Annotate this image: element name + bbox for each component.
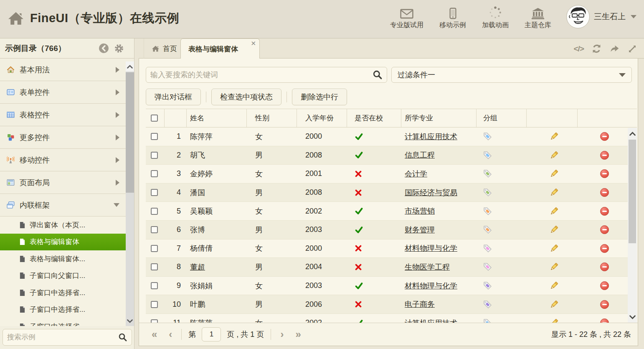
major-link[interactable]: 电子商务 — [405, 299, 435, 309]
search-icon[interactable] — [373, 70, 383, 80]
row-checkbox[interactable] — [151, 282, 158, 289]
major-link[interactable]: 生物医学工程 — [405, 262, 450, 272]
sidebar-item-mobile[interactable]: 移动控件 — [0, 149, 126, 171]
first-page-button[interactable]: « — [146, 329, 163, 339]
search-icon[interactable] — [118, 333, 127, 342]
major-link[interactable]: 材料物理与化学 — [405, 281, 457, 291]
sidebar-search-input[interactable] — [7, 333, 118, 341]
scroll-down-icon[interactable] — [126, 316, 134, 326]
row-checkbox[interactable] — [151, 170, 158, 177]
delete-icon[interactable] — [600, 151, 609, 160]
open-dialog-button[interactable]: 弹出对话框 — [146, 89, 201, 105]
row-checkbox[interactable] — [151, 208, 158, 215]
delete-icon[interactable] — [600, 169, 609, 178]
sidebar-subitem-partial[interactable]: 子窗口中选择省 — [0, 318, 126, 326]
next-page-button[interactable]: › — [274, 329, 289, 339]
scroll-down-icon[interactable] — [628, 312, 637, 322]
sidebar-item-basic[interactable]: 基本用法 — [0, 59, 126, 81]
scroll-up-icon[interactable] — [126, 61, 134, 71]
sidebar-subitem[interactable]: 子窗口向父窗口... — [0, 267, 126, 285]
delete-rows-button[interactable]: 删除选中行 — [292, 89, 347, 105]
delete-icon[interactable] — [600, 244, 609, 253]
keyword-search-input[interactable] — [150, 71, 373, 79]
mobile-demo-button[interactable]: 移动示例 — [439, 4, 466, 30]
major-link[interactable]: 国际经济与贸易 — [405, 188, 457, 198]
grid-scrollbar[interactable] — [628, 128, 637, 323]
view-source-icon[interactable]: </> — [574, 44, 584, 53]
row-checkbox[interactable] — [151, 245, 158, 252]
delete-icon[interactable] — [600, 132, 609, 141]
major-link[interactable]: 计算机应用技术 — [405, 132, 457, 142]
sidebar-subitem[interactable]: 表格与编辑窗体... — [0, 250, 126, 267]
expand-icon[interactable] — [627, 44, 637, 54]
sidebar-subitem-selected[interactable]: 表格与编辑窗体 — [0, 234, 126, 251]
sidebar-item-grid[interactable]: 表格控件 — [0, 104, 126, 126]
delete-icon[interactable] — [600, 300, 609, 309]
table-row: 11陈萍萍女2002计算机应用技术 — [146, 314, 637, 323]
scroll-up-icon[interactable] — [628, 129, 637, 139]
prev-page-button[interactable]: ‹ — [163, 329, 178, 339]
edit-pencil-icon[interactable] — [549, 262, 559, 272]
delete-icon[interactable] — [600, 262, 609, 271]
scrollbar-thumb[interactable] — [629, 140, 636, 243]
row-checkbox[interactable] — [151, 226, 158, 233]
edit-pencil-icon[interactable] — [549, 188, 559, 197]
check-selection-button[interactable]: 检查选中项状态 — [211, 89, 281, 105]
major-link[interactable]: 会计学 — [405, 169, 427, 179]
edit-pencil-icon[interactable] — [549, 150, 559, 160]
select-all-checkbox[interactable] — [151, 115, 158, 122]
user-menu[interactable]: 三生石上 — [566, 5, 636, 28]
filter-dropdown[interactable]: 过滤条件一 — [391, 67, 632, 83]
sidebar-subitem[interactable]: 子窗口中选择省... — [0, 301, 126, 318]
page-number-input[interactable] — [202, 327, 221, 341]
share-icon[interactable] — [609, 43, 620, 54]
row-checkbox[interactable] — [151, 189, 158, 196]
sidebar-subitem[interactable]: 子窗口中选择省... — [0, 284, 126, 301]
major-link[interactable]: 信息工程 — [405, 150, 435, 160]
delete-icon[interactable] — [600, 225, 609, 234]
trial-button[interactable]: 专业版试用 — [390, 4, 423, 30]
sidebar-scrollbar[interactable] — [126, 61, 134, 326]
edit-pencil-icon[interactable] — [549, 169, 559, 178]
row-checkbox[interactable] — [151, 263, 158, 270]
delete-icon[interactable] — [600, 281, 609, 290]
col-header-gender[interactable]: 性别 — [247, 109, 297, 127]
scrollbar-thumb[interactable] — [126, 72, 134, 193]
col-header-major[interactable]: 所学专业 — [401, 109, 477, 127]
group-cell — [477, 183, 527, 202]
sidebar-item-iframe[interactable]: 内联框架 — [0, 194, 126, 217]
sidebar-subitem[interactable]: 弹出窗体（本页... — [0, 217, 126, 234]
major-link[interactable]: 财务管理 — [405, 225, 435, 235]
col-header-inschool[interactable]: 是否在校 — [347, 109, 401, 127]
loading-anim-button[interactable]: 加载动画 — [482, 4, 509, 30]
edit-pencil-icon[interactable] — [549, 244, 559, 253]
major-link[interactable]: 市场营销 — [405, 206, 435, 216]
edit-pencil-icon[interactable] — [549, 132, 559, 141]
major-link[interactable]: 材料物理与化学 — [405, 243, 457, 253]
last-page-button[interactable]: » — [289, 329, 307, 339]
tab-home[interactable]: 首页 — [144, 38, 185, 59]
col-header-group[interactable]: 分组 — [477, 109, 527, 127]
col-header-year[interactable]: 入学年份 — [297, 109, 347, 127]
edit-pencil-icon[interactable] — [549, 206, 559, 216]
refresh-icon[interactable] — [591, 43, 602, 54]
collapse-sidebar-icon[interactable] — [99, 43, 109, 53]
edit-pencil-icon[interactable] — [549, 300, 559, 309]
delete-cell — [578, 239, 628, 258]
row-checkbox[interactable] — [151, 301, 158, 308]
close-icon[interactable]: ✕ — [251, 40, 256, 47]
sidebar-item-layout[interactable]: 页面布局 — [0, 171, 126, 194]
sidebar-item-more[interactable]: 更多控件 — [0, 126, 126, 149]
delete-icon[interactable] — [600, 207, 609, 216]
sidebar-item-form[interactable]: 表单控件 — [0, 81, 126, 104]
edit-pencil-icon[interactable] — [549, 225, 559, 234]
theme-repo-button[interactable]: 主题仓库 — [525, 4, 551, 30]
name-link[interactable]: 董超 — [190, 262, 205, 272]
gear-icon[interactable] — [114, 43, 124, 53]
tab-grid-edit-window[interactable]: 表格与编辑窗体 ✕ — [180, 38, 260, 59]
row-checkbox[interactable] — [151, 133, 158, 140]
delete-icon[interactable] — [600, 188, 609, 197]
edit-pencil-icon[interactable] — [549, 281, 559, 290]
row-checkbox[interactable] — [151, 152, 158, 159]
col-header-name[interactable]: 姓名 — [187, 109, 247, 127]
